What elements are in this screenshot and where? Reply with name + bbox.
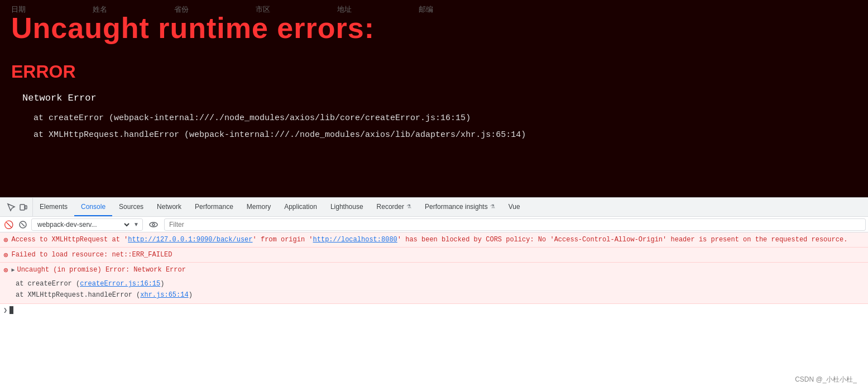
eye-icon[interactable] (147, 218, 160, 231)
svg-rect-1 (25, 206, 27, 209)
expand-arrow-icon[interactable]: ▶ (11, 267, 15, 273)
source-select[interactable]: webpack-dev-serv... (35, 220, 131, 229)
uncaught-stack: at createError (createError.js:16:15) at… (0, 277, 868, 303)
console-cursor-row[interactable]: ❯ (0, 304, 868, 317)
svg-line-3 (21, 223, 25, 226)
tab-vue[interactable]: Vue (502, 198, 527, 216)
svg-point-5 (152, 223, 155, 226)
tab-console[interactable]: Console (74, 198, 112, 216)
cursor-caret-icon: ❯ (3, 306, 7, 315)
error-icon-3: ⊗ (3, 265, 8, 275)
uncaught-stack-line-2: at XMLHttpRequest.handleError (xhr.js:65… (16, 289, 865, 301)
devtools-icon-group (2, 198, 33, 216)
error-body: Network Error at createError (webpack-in… (22, 89, 857, 144)
error-overlay: Uncaught runtime errors: ERROR Network E… (11, 11, 857, 144)
uncaught-stack-line-1: at createError (createError.js:16:15) (16, 278, 865, 289)
console-failed-load: ⊗ Failed to load resource: net::ERR_FAIL… (0, 248, 868, 263)
source-dropdown-arrow-icon: ▼ (133, 221, 139, 227)
cors-url-link[interactable]: http://127.0.0.1:9090/back/user (128, 236, 252, 244)
filter-button[interactable] (17, 218, 29, 231)
tab-network[interactable]: Network (150, 198, 188, 216)
performance-insights-exp-icon: ⚗ (490, 203, 495, 210)
uncaught-header: ⊗ ▶ Uncaught (in promise) Error: Network… (0, 263, 868, 277)
error-type: Network Error (22, 89, 857, 108)
inspect-element-icon[interactable] (6, 202, 17, 213)
device-toolbar-icon[interactable] (18, 202, 29, 213)
xhr-error-link[interactable]: xhr.js:65:14 (140, 291, 188, 299)
failed-load-text: Failed to load resource: net::ERR_FAILED (11, 250, 865, 260)
stack-line-1: at createError (webpack-internal:///./no… (33, 110, 857, 127)
tab-sources[interactable]: Sources (112, 198, 150, 216)
clear-console-button[interactable]: 🚫 (2, 218, 15, 231)
stack-line-2: at XMLHttpRequest.handleError (webpack-i… (33, 127, 857, 144)
tab-memory[interactable]: Memory (240, 198, 277, 216)
cors-error-text: Access to XMLHttpRequest at 'http://127.… (11, 235, 865, 245)
console-cors-error: ⊗ Access to XMLHttpRequest at 'http://12… (0, 232, 868, 248)
recorder-exp-icon: ⚗ (406, 203, 411, 210)
filter-input[interactable] (164, 218, 866, 231)
tab-recorder[interactable]: Recorder ⚗ (370, 198, 418, 216)
source-select-wrapper[interactable]: webpack-dev-serv... ▼ (31, 218, 143, 231)
console-uncaught-error: ⊗ ▶ Uncaught (in promise) Error: Network… (0, 263, 868, 304)
tab-elements[interactable]: Elements (33, 198, 74, 216)
tab-performance-insights[interactable]: Performance insights ⚗ (418, 198, 502, 216)
uncaught-main-text: Uncaught (in promise) Error: Network Err… (17, 265, 865, 275)
cursor-bar (9, 306, 13, 314)
console-content: ⊗ Access to XMLHttpRequest at 'http://12… (0, 232, 868, 390)
error-icon-1: ⊗ (3, 235, 8, 245)
devtools-panel: Elements Console Sources Network Perform… (0, 197, 868, 390)
error-icon-2: ⊗ (3, 250, 8, 260)
svg-point-4 (150, 222, 157, 227)
tab-lighthouse[interactable]: Lighthouse (324, 198, 370, 216)
create-error-link[interactable]: createError.js:16:15 (80, 280, 160, 288)
error-label: ERROR (11, 61, 857, 82)
tab-performance[interactable]: Performance (188, 198, 240, 216)
console-toolbar: 🚫 webpack-dev-serv... ▼ (0, 217, 868, 232)
origin-url-link[interactable]: http://localhost:8080 (313, 236, 397, 244)
tab-application[interactable]: Application (277, 198, 324, 216)
error-title: Uncaught runtime errors: (11, 11, 857, 45)
svg-rect-0 (20, 204, 25, 210)
devtools-tabs: Elements Console Sources Network Perform… (0, 198, 868, 217)
csdn-watermark: CSDN @_小杜小杜_ (795, 375, 857, 384)
